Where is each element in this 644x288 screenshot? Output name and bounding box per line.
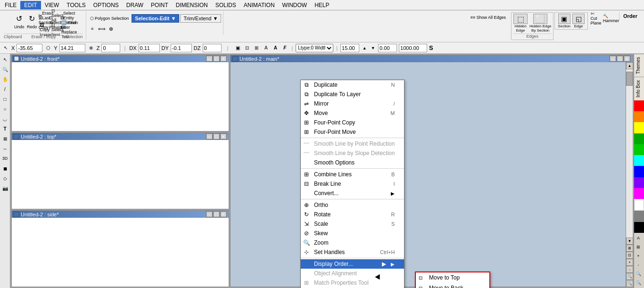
trim-extend-button[interactable]: Trim/Extend ▼ <box>180 14 221 23</box>
size-icon2[interactable]: ▼ <box>370 45 376 51</box>
ctx-four-point-copy[interactable]: ⊞ Four-Point Copy <box>301 118 404 127</box>
hidden-edge-by-section-button[interactable]: ⬜ <box>533 14 547 24</box>
color-white[interactable] <box>634 199 644 211</box>
find-replace-button[interactable]: 🔤 Find / Replace Text <box>65 26 74 33</box>
color-red[interactable] <box>634 100 644 111</box>
scroll-btn6[interactable]: 🔍 <box>626 280 633 287</box>
solid-btn[interactable]: ◼ <box>0 164 10 173</box>
ctx-mirror[interactable]: ⇌ Mirror / <box>301 99 404 108</box>
zoom-tool-btn[interactable]: 🔍 <box>0 65 10 74</box>
color-green[interactable] <box>634 144 644 155</box>
hidden-edge-button[interactable]: ⬚ <box>513 14 528 24</box>
scroll-btn1[interactable]: ⊞ <box>626 245 633 252</box>
scroll-btn4[interactable]: - <box>626 266 633 273</box>
size-input[interactable] <box>340 44 359 52</box>
right-icon1[interactable]: A <box>634 234 643 242</box>
vp-side-maximize-btn[interactable]: □ <box>213 211 220 217</box>
toolbar-icon1[interactable]: ⟺ <box>98 25 106 33</box>
size-icon[interactable]: ▲ <box>361 45 368 51</box>
show-all-edges-button[interactable]: ≡≡ Show All Edges <box>468 12 509 23</box>
dim-btn[interactable]: ↔ <box>0 144 10 153</box>
selection-edit-button[interactable]: Selection-Edit ▼ <box>132 14 179 23</box>
ctx-duplicate-layer[interactable]: ⧉ Duplicate To Layer <box>301 90 404 99</box>
redo-button[interactable]: ↻ <box>26 12 38 25</box>
ctx-object-alignment[interactable]: Object Alignment <box>301 269 404 278</box>
toolbar2-icon2[interactable]: ⊡ <box>243 44 251 52</box>
color-yellow[interactable] <box>634 122 644 133</box>
ctx-duplicate[interactable]: ⧉ Duplicate N <box>301 80 404 90</box>
toolbar2-icon4[interactable]: A <box>262 44 270 52</box>
draw-circle-btn[interactable]: ○ <box>0 104 10 114</box>
ctx-move[interactable]: ✥ Move M <box>301 108 404 118</box>
camera-btn[interactable]: 📷 <box>0 183 10 193</box>
color-purple[interactable] <box>634 177 644 188</box>
y-input[interactable] <box>59 44 85 52</box>
ctx-move-to-back[interactable]: ⊡ Move to Back <box>416 283 489 288</box>
coord-icon3[interactable]: ⊕ <box>87 44 95 52</box>
ltype-select[interactable]: Ltype:0 Width:0 <box>296 44 333 52</box>
vp-top-minimize-btn[interactable]: ─ <box>206 133 213 140</box>
ctx-ortho[interactable]: ⊕ Ortho <box>301 200 404 210</box>
ctx-match-properties[interactable]: ⊞ Match Properties Tool <box>301 278 404 288</box>
vp-top-maximize-btn[interactable]: □ <box>213 133 220 140</box>
scroll-up-btn[interactable]: ▲ <box>626 62 633 69</box>
ctx-move-to-top[interactable]: ⊡ Move to Top <box>416 272 489 283</box>
color-black[interactable] <box>634 222 644 233</box>
vp-minimize-btn[interactable]: ─ <box>206 56 213 62</box>
menu-tools[interactable]: TOOLS <box>63 1 89 9</box>
ctx-scale[interactable]: ⇲ Scale S <box>301 219 404 229</box>
3d-btn[interactable]: 3D <box>0 154 10 163</box>
select-tool-btn[interactable]: ↖ <box>0 55 10 64</box>
draw-line-btn[interactable]: / <box>0 84 10 94</box>
color-magenta[interactable] <box>634 188 644 199</box>
section-button[interactable]: ▣ <box>558 14 570 24</box>
menu-dimension[interactable]: DIMENSION <box>172 1 212 9</box>
right-icon3[interactable]: + <box>634 252 643 260</box>
ctx-convert[interactable]: Convert... <box>301 189 404 198</box>
ctx-smooth-point[interactable]: 〰 Smooth Line by Point Reduction <box>301 139 404 148</box>
ctx-smooth-options[interactable]: Smooth Options <box>301 158 404 167</box>
right-icon4[interactable]: - <box>634 261 643 269</box>
menu-window[interactable]: WINDOW <box>279 1 311 9</box>
toolbar2-icon5[interactable]: A <box>272 44 279 52</box>
offset-input[interactable] <box>378 44 397 52</box>
menu-point[interactable]: POINT <box>147 1 172 9</box>
ctx-combine-lines[interactable]: ⊞ Combine Lines B <box>301 170 404 179</box>
vp-main-maximize-btn[interactable]: □ <box>617 56 623 62</box>
draw-rect-btn[interactable]: □ <box>0 94 10 104</box>
vp-maximize-btn[interactable]: □ <box>213 56 220 62</box>
ctx-display-order[interactable]: Display Order... ▶ <box>301 259 404 269</box>
info-box-tab[interactable]: Info Box <box>634 77 644 100</box>
right-icon6[interactable]: 🔍 <box>634 279 643 287</box>
menu-draw[interactable]: DRAW <box>123 1 147 9</box>
color-gray[interactable] <box>634 211 644 222</box>
toolbar2-icon1[interactable]: ▣ <box>234 44 241 52</box>
color-orange[interactable] <box>634 111 644 122</box>
scroll-btn3[interactable]: + <box>626 259 633 266</box>
ctx-zoom[interactable]: 🔍 Zoom <box>301 238 404 247</box>
scroll-thumb[interactable] <box>626 72 633 86</box>
toolbar2-icon3[interactable]: ⊞ <box>253 44 260 52</box>
vp-main-close-btn[interactable]: ✕ <box>624 56 630 62</box>
length-input[interactable] <box>399 44 427 52</box>
ctx-smooth-slope[interactable]: 〰 Smooth Line by Slope Detection <box>301 148 404 158</box>
color-blue[interactable] <box>634 166 644 177</box>
convert-to-multiline-button[interactable]: ≡ <box>88 25 97 33</box>
ctx-set-handles[interactable]: ⊹ Set Handles Ctrl+H <box>301 247 404 257</box>
x-input[interactable] <box>17 44 42 52</box>
menu-animation[interactable]: ANIMATION <box>240 1 279 9</box>
vp-close-btn[interactable]: ✕ <box>220 56 227 62</box>
toolbar2-icon6[interactable]: F <box>281 44 289 52</box>
right-icon2[interactable]: ⊞ <box>634 243 643 251</box>
arc-btn[interactable]: ◡ <box>0 114 10 123</box>
polygon-selection-button[interactable]: ⬡ Polygon Selection <box>88 13 131 24</box>
vp-side-minimize-btn[interactable]: ─ <box>206 211 213 217</box>
undo-button[interactable]: ↺ <box>13 12 25 25</box>
menu-view[interactable]: VIEW <box>41 1 63 9</box>
menu-options[interactable]: OPTIONS <box>90 1 123 9</box>
pan-tool-btn[interactable]: ✋ <box>0 74 10 84</box>
hatch-btn[interactable]: ⊠ <box>0 134 10 143</box>
vp-top-close-btn[interactable]: ✕ <box>220 133 227 140</box>
toolbar-icon2[interactable]: ⊕ <box>107 25 116 33</box>
coord-icon1[interactable]: ↖ <box>2 44 9 52</box>
